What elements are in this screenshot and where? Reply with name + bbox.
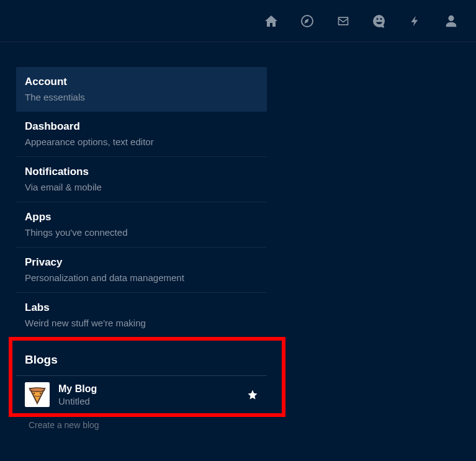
svg-point-1 — [30, 388, 45, 392]
blogs-header: Blogs — [16, 353, 267, 376]
settings-item-privacy[interactable]: Privacy Personalization and data managem… — [16, 248, 267, 293]
settings-item-title: Dashboard — [25, 120, 258, 133]
smile-icon[interactable] — [372, 14, 387, 29]
settings-item-title: Labs — [25, 302, 258, 314]
person-icon[interactable] — [444, 14, 459, 29]
top-nav — [0, 0, 476, 42]
star-icon — [247, 389, 258, 400]
blog-text: My Blog Untitled — [58, 383, 247, 406]
svg-point-3 — [40, 393, 41, 394]
settings-item-notifications[interactable]: Notifications Via email & mobile — [16, 157, 267, 202]
settings-item-sub: Weird new stuff we're making — [25, 318, 258, 328]
settings-item-dashboard[interactable]: Dashboard Appearance options, text edito… — [16, 112, 267, 157]
settings-item-title: Account — [25, 76, 258, 88]
home-icon[interactable] — [264, 14, 279, 29]
lightning-icon[interactable] — [408, 14, 423, 29]
blog-sub: Untitled — [58, 396, 247, 406]
blogs-section: Blogs My Blog Untitled Create a new — [16, 353, 267, 430]
svg-point-2 — [34, 393, 35, 394]
settings-item-account[interactable]: Account The essentials — [16, 67, 267, 112]
settings-panel: Account The essentials Dashboard Appeara… — [0, 42, 267, 430]
settings-item-title: Apps — [25, 211, 258, 223]
mail-icon[interactable] — [336, 14, 351, 29]
settings-item-sub: Via email & mobile — [25, 182, 258, 192]
avatar — [25, 382, 50, 407]
settings-item-labs[interactable]: Labs Weird new stuff we're making — [16, 293, 267, 338]
settings-item-sub: Things you've connected — [25, 227, 258, 238]
settings-item-sub: Personalization and data management — [25, 272, 258, 283]
compass-icon[interactable] — [300, 14, 315, 29]
blog-row[interactable]: My Blog Untitled — [16, 376, 267, 414]
create-blog-link[interactable]: Create a new blog — [16, 414, 267, 430]
settings-item-apps[interactable]: Apps Things you've connected — [16, 202, 267, 248]
settings-item-title: Privacy — [25, 256, 258, 269]
settings-item-title: Notifications — [25, 166, 258, 178]
blog-name: My Blog — [58, 383, 247, 395]
settings-item-sub: Appearance options, text editor — [25, 137, 258, 147]
settings-item-sub: The essentials — [25, 92, 258, 102]
